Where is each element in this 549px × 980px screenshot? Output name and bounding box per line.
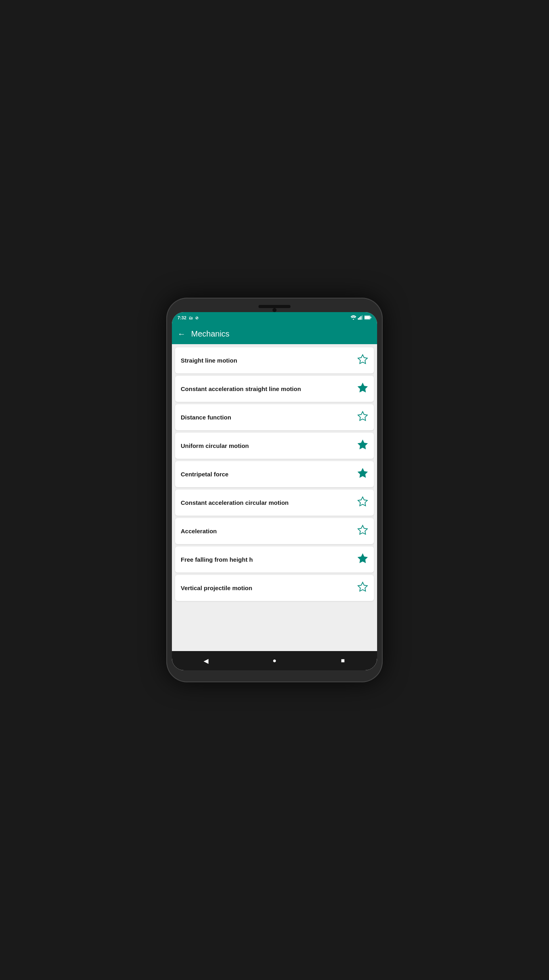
app-bar: ← Mechanics [172,323,377,344]
svg-rect-7 [365,316,370,319]
star-outline-icon[interactable] [357,496,368,509]
status-right [351,315,371,321]
star-outline-icon[interactable] [357,354,368,367]
star-outline-icon[interactable] [357,524,368,538]
list-item[interactable]: Straight line motion [175,347,374,373]
star-filled-icon[interactable] [357,382,368,395]
svg-point-0 [353,319,354,320]
star-filled-icon[interactable] [357,553,368,566]
svg-marker-9 [358,383,367,392]
content-list: Straight line motion Constant accelerati… [172,344,377,651]
list-item-label: Constant acceleration circular motion [181,499,353,507]
star-filled-icon[interactable] [357,468,368,481]
phone-speaker [258,305,291,308]
nav-bar: ◀ ● ■ [172,651,377,670]
svg-rect-2 [359,317,360,320]
svg-rect-3 [360,316,361,320]
list-item[interactable]: Constant acceleration circular motion [175,490,374,516]
list-item[interactable]: Free falling from height h [175,546,374,573]
sim-icon: 🗂 [189,316,193,320]
list-item-label: Uniform circular motion [181,442,353,450]
svg-marker-12 [358,468,367,477]
list-item[interactable]: Centripetal force [175,461,374,487]
do-not-disturb-icon: ⊘ [195,316,198,320]
phone-screen: 7:32 🗂 ⊘ [172,312,377,670]
svg-marker-8 [358,355,367,363]
list-item-label: Centripetal force [181,470,353,478]
time-display: 7:32 [178,315,186,320]
status-left: 7:32 🗂 ⊘ [178,315,198,320]
svg-marker-10 [358,411,367,420]
phone-shell: 7:32 🗂 ⊘ [166,298,383,682]
star-filled-icon[interactable] [357,439,368,452]
svg-rect-6 [371,317,371,318]
phone-camera [272,308,277,312]
phone-bottom [172,670,377,675]
list-item-label: Acceleration [181,527,353,535]
list-item-label: Straight line motion [181,357,353,365]
list-item-label: Constant acceleration straight line moti… [181,385,353,393]
nav-home-icon: ● [272,657,277,664]
wifi-icon [351,315,356,321]
star-outline-icon[interactable] [357,411,368,424]
list-item-label: Distance function [181,413,353,421]
battery-icon [364,315,371,321]
nav-recents-button[interactable]: ■ [336,653,350,668]
list-item[interactable]: Vertical projectile motion [175,575,374,601]
list-item[interactable]: Acceleration [175,518,374,544]
svg-marker-14 [358,525,367,534]
svg-rect-4 [362,315,363,320]
svg-marker-13 [358,497,367,506]
list-item-label: Free falling from height h [181,556,353,564]
signal-icon [358,315,363,321]
nav-back-button[interactable]: ◀ [199,653,213,668]
nav-back-icon: ◀ [204,657,208,665]
nav-recents-icon: ■ [341,657,345,664]
svg-marker-11 [358,440,367,449]
svg-marker-15 [358,554,367,563]
status-bar: 7:32 🗂 ⊘ [172,312,377,323]
list-item[interactable]: Distance function [175,404,374,430]
page-title: Mechanics [191,329,230,339]
svg-marker-16 [358,582,367,591]
svg-rect-1 [358,318,359,320]
nav-home-button[interactable]: ● [267,653,282,668]
back-button[interactable]: ← [178,330,186,338]
star-outline-icon[interactable] [357,581,368,595]
list-item-label: Vertical projectile motion [181,584,353,592]
list-item[interactable]: Constant acceleration straight line moti… [175,376,374,402]
list-item[interactable]: Uniform circular motion [175,433,374,459]
